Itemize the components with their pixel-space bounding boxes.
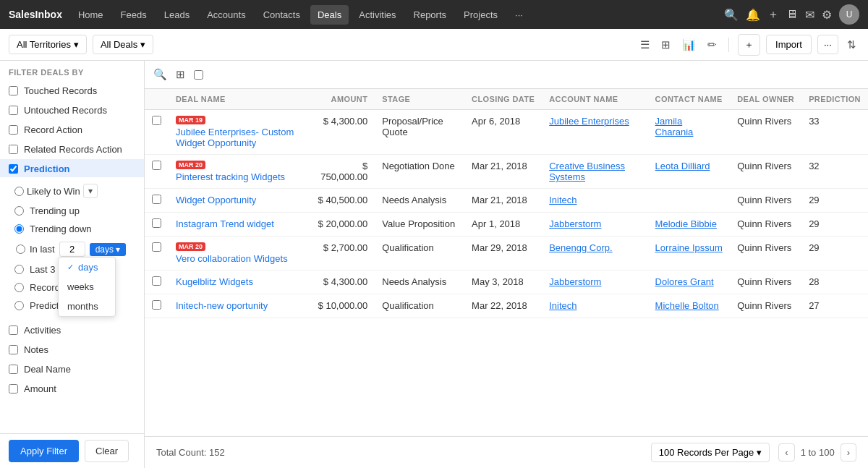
nav-deals[interactable]: Deals — [310, 5, 349, 25]
contact-name-link[interactable]: Jamila Charania — [655, 116, 694, 137]
more-options-button[interactable]: ··· — [817, 35, 838, 54]
filter-amount[interactable]: Amount — [0, 379, 144, 399]
deal-name-link[interactable]: Widget Opportunity — [176, 195, 256, 205]
last3-radio[interactable] — [14, 265, 24, 274]
plus-icon[interactable]: ＋ — [767, 7, 779, 22]
filter-notes[interactable]: Notes — [0, 340, 144, 359]
account-name-link[interactable]: Jubilee Enterprises — [549, 116, 629, 127]
contact-name-link[interactable]: Dolores Grant — [655, 276, 714, 287]
col-deal-name[interactable]: DEAL NAME — [169, 89, 310, 110]
account-name-cell[interactable]: Jabberstorm — [542, 271, 647, 294]
deal-name-link[interactable]: Jubilee Enterprises- Custom Widget Oppor… — [176, 127, 294, 148]
col-account-name[interactable]: ACCOUNT NAME — [542, 89, 647, 110]
apply-filter-button[interactable]: Apply Filter — [9, 440, 79, 462]
time-unit-button[interactable]: days ▾ — [90, 243, 126, 256]
account-name-cell[interactable]: Initech — [542, 294, 647, 318]
nav-feeds[interactable]: Feeds — [114, 5, 154, 25]
row-checkbox[interactable] — [152, 276, 161, 286]
account-name-cell[interactable]: Jubilee Enterprises — [542, 110, 647, 155]
nav-activities[interactable]: Activities — [352, 5, 403, 25]
nav-home[interactable]: Home — [71, 5, 111, 25]
prediction-checkbox[interactable] — [9, 164, 18, 174]
records-to-focus-radio[interactable] — [14, 283, 24, 292]
import-button[interactable]: Import — [766, 35, 812, 54]
search-icon[interactable]: 🔍 — [724, 8, 739, 22]
prev-page-button[interactable]: ‹ — [778, 443, 794, 461]
filter-touched-records[interactable]: Touched Records — [0, 81, 144, 101]
account-name-link[interactable]: Initech — [549, 195, 576, 205]
row-checkbox[interactable] — [152, 242, 161, 252]
select-all-checkbox[interactable] — [194, 70, 203, 80]
contact-name-link[interactable]: Michelle Bolton — [655, 300, 719, 311]
table-view-icon[interactable]: ⊞ — [173, 65, 188, 84]
next-page-button[interactable]: › — [841, 443, 856, 461]
nav-contacts[interactable]: Contacts — [256, 5, 307, 25]
mail-icon[interactable]: ✉ — [805, 8, 814, 22]
nav-accounts[interactable]: Accounts — [200, 5, 252, 25]
bell-icon[interactable]: 🔔 — [746, 8, 760, 22]
record-action-checkbox[interactable] — [9, 125, 18, 135]
filter-related-records-action[interactable]: Related Records Action — [0, 140, 144, 159]
screen-icon[interactable]: 🖥 — [786, 8, 798, 21]
filter-record-action[interactable]: Record Action — [0, 120, 144, 140]
row-checkbox[interactable] — [152, 116, 161, 125]
deals-dropdown[interactable]: All Deals ▾ — [93, 35, 153, 54]
trending-up-option[interactable]: Trending up — [0, 202, 144, 220]
deal-name-link[interactable]: Initech-new oportunity — [176, 300, 268, 311]
nav-more[interactable]: ··· — [508, 5, 530, 25]
trending-up-radio[interactable] — [14, 206, 24, 216]
in-last-input[interactable] — [59, 242, 85, 257]
edit-icon[interactable]: ✏ — [705, 35, 720, 54]
trending-down-radio[interactable] — [14, 224, 24, 234]
row-checkbox[interactable] — [152, 218, 161, 228]
deal-name-link[interactable]: Instagram Trend widget — [176, 218, 274, 229]
per-page-dropdown[interactable]: 100 Records Per Page ▾ — [651, 443, 770, 462]
row-checkbox[interactable] — [152, 300, 161, 310]
list-view-icon[interactable]: ☰ — [637, 35, 652, 54]
account-name-link[interactable]: Jabberstorm — [549, 218, 601, 229]
in-last-radio[interactable] — [16, 244, 25, 254]
table-search-icon[interactable]: 🔍 — [153, 68, 167, 81]
account-name-link[interactable]: Initech — [549, 300, 576, 311]
filter-activities[interactable]: Activities — [0, 320, 144, 340]
clear-filter-button[interactable]: Clear — [85, 440, 129, 462]
contact-name-link[interactable]: Leota Dilliard — [655, 161, 710, 171]
account-name-cell[interactable]: Jabberstorm — [542, 213, 647, 237]
row-checkbox[interactable] — [152, 195, 161, 204]
col-amount[interactable]: AMOUNT — [310, 89, 375, 110]
territories-dropdown[interactable]: All Territories ▾ — [9, 35, 87, 54]
avatar[interactable]: U — [839, 4, 859, 25]
col-stage[interactable]: STAGE — [375, 89, 464, 110]
prediction-score-radio[interactable] — [14, 301, 24, 310]
col-contact-name[interactable]: CONTACT NAME — [648, 89, 731, 110]
account-name-link[interactable]: Benengg Corp. — [549, 242, 612, 253]
unit-months[interactable]: months — [59, 297, 115, 316]
deal-name-link[interactable]: Kugelblitz Widgets — [176, 276, 253, 287]
contact-name-link[interactable]: Melodie Bibbie — [655, 218, 717, 229]
unit-days[interactable]: ✓ days — [59, 258, 115, 277]
notes-checkbox[interactable] — [9, 345, 18, 354]
nav-projects[interactable]: Projects — [456, 5, 505, 25]
col-closing-date[interactable]: CLOSING DATE — [464, 89, 542, 110]
account-name-cell[interactable]: Creative Business Systems — [542, 155, 647, 189]
tools-icon[interactable]: ⚙ — [822, 8, 832, 22]
add-button[interactable]: ＋ — [738, 34, 760, 56]
account-name-link[interactable]: Creative Business Systems — [549, 161, 625, 182]
filter-prediction[interactable]: Prediction — [0, 159, 144, 177]
chart-view-icon[interactable]: 📊 — [679, 35, 699, 54]
col-prediction[interactable]: PREDICTION — [801, 89, 868, 110]
row-checkbox[interactable] — [152, 161, 161, 170]
column-view-icon[interactable]: ⊞ — [658, 35, 673, 54]
trending-down-option[interactable]: Trending down — [0, 220, 144, 238]
nav-leads[interactable]: Leads — [157, 5, 197, 25]
nav-reports[interactable]: Reports — [407, 5, 454, 25]
sort-icon[interactable]: ⇅ — [844, 35, 859, 54]
deal-name-link[interactable]: Pinterest tracking Widgets — [176, 171, 285, 182]
unit-weeks[interactable]: weeks — [59, 277, 115, 297]
account-name-cell[interactable]: Benengg Corp. — [542, 237, 647, 271]
activities-checkbox[interactable] — [9, 326, 18, 335]
deal-name-checkbox[interactable] — [9, 365, 18, 374]
filter-deal-name[interactable]: Deal Name — [0, 359, 144, 379]
amount-checkbox[interactable] — [9, 384, 18, 393]
contact-name-link[interactable]: Lorraine Ipssum — [655, 242, 723, 253]
